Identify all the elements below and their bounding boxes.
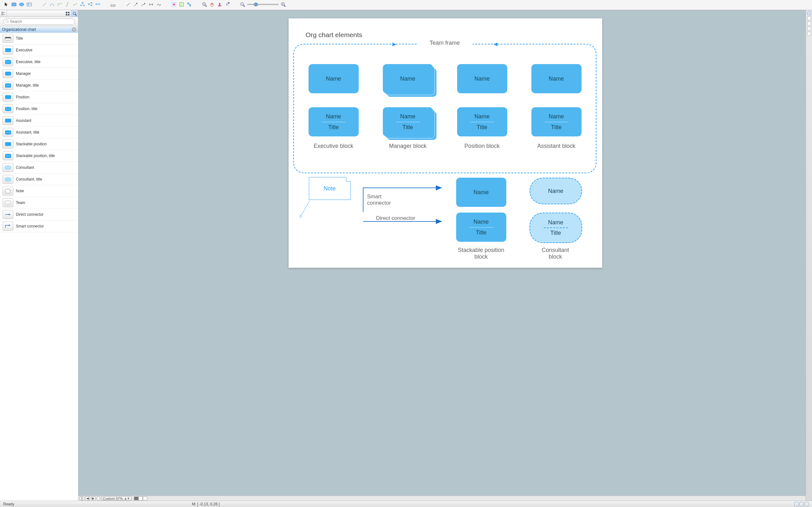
corner-btn-1[interactable] [794,502,799,506]
pointer-tool[interactable] [3,1,10,8]
stencil-item[interactable]: Executive, title [0,56,78,68]
next-page-icon[interactable]: ▶ [91,497,96,500]
grid-view-icon[interactable] [64,10,71,17]
position-block-name[interactable]: Name [457,64,507,93]
bezier-tool[interactable] [48,1,56,8]
stencil-item[interactable]: Position, title [0,103,78,115]
view-mode-3[interactable] [143,497,147,500]
tree-tool-1[interactable] [79,1,86,8]
assistant-block-name[interactable]: Name [531,64,582,93]
svg-line-34 [189,3,190,4]
svg-marker-63 [9,224,10,226]
corner-btn-2[interactable] [799,502,804,506]
free-line-tool[interactable] [155,1,163,8]
highlight-tool-2[interactable] [178,1,185,8]
stencil-item[interactable]: Executive [0,44,78,56]
stencil-item[interactable]: Title [0,33,78,44]
right-tab-3[interactable] [807,21,811,25]
stencil-item[interactable]: Position [0,92,78,103]
right-tab-4[interactable] [807,26,811,31]
svg-line-14 [90,4,91,5]
zoom-select[interactable]: Custom 97%▲▼ [101,496,131,501]
search-input-wrap[interactable] [3,18,75,25]
close-group-icon[interactable]: ✕ [72,27,76,32]
svg-rect-55 [66,14,67,15]
stencil-item[interactable]: Consultant, title [0,174,78,185]
position-block-title[interactable]: NameTitle [457,107,507,136]
manager-block-stack-title[interactable]: NameTitle [383,107,433,136]
stencil-item[interactable]: Smart connector [0,221,78,232]
right-tab-5[interactable] [807,32,811,36]
stencil-item[interactable]: Direct connector [0,209,78,221]
stencil-item[interactable]: Assistant, title [0,127,78,138]
stencil-item[interactable]: Stackable position [0,138,78,150]
stencil-group-header[interactable]: Organizational chart ✕ [0,26,78,33]
zoom-in-button[interactable] [279,1,287,8]
team-frame[interactable]: Team frame Name Name Name Name NameTit [293,44,596,173]
arrow-tool-1[interactable] [124,1,132,8]
stencil-item[interactable]: Note [0,185,78,197]
rect-tool[interactable] [10,1,18,8]
svg-rect-50 [2,14,3,15]
ruler-toggle[interactable] [109,1,117,8]
zoom-in-tool[interactable] [201,1,208,8]
svg-point-1 [19,3,24,6]
canvas[interactable]: Org chart elements Team frame Name Name … [288,18,602,268]
stencil-item[interactable]: Assistant [0,115,78,127]
corner-btn-3[interactable] [804,502,809,506]
smart-connector-label: Smart connector [367,193,391,206]
table-tool[interactable] [25,1,33,8]
prev-page-icon[interactable]: ◀ [86,497,90,500]
highlight-tool-1[interactable] [170,1,178,8]
team-frame-arrow-left [392,43,396,46]
view-mode-2[interactable] [139,497,143,500]
note-leader [299,200,315,219]
zoom-slider[interactable] [247,4,279,5]
stencil-item[interactable]: Consultant [0,162,78,174]
stamp-tool[interactable] [216,1,223,8]
zoom-out-button[interactable] [239,1,246,8]
dim-tool[interactable] [147,1,155,8]
assistant-block-title[interactable]: NameTitle [531,107,582,136]
ellipse-tool[interactable] [18,1,25,8]
connector-1[interactable] [56,1,63,8]
connector-2[interactable] [63,1,71,8]
stencil-item-label: Stackable position [16,142,47,146]
svg-rect-31 [180,3,183,6]
manager-block-stack-name[interactable]: Name [383,64,433,93]
play-pause-icon[interactable]: || [80,497,84,500]
status-mouse: M: [ -0.13, 0.26 ] [192,502,220,506]
svg-line-58 [75,14,76,15]
arrow-tool-2[interactable] [132,1,140,8]
eyedropper-tool[interactable] [223,1,231,8]
note-shape[interactable]: Note [309,177,351,200]
connector-3[interactable] [71,1,79,8]
stencil-item[interactable]: Stackable position, title [0,150,78,162]
svg-rect-6 [82,2,84,3]
caption-asst: Assistant block [531,143,582,150]
curve-arrow-tool[interactable] [140,1,147,8]
canvas-scroll[interactable]: Org chart elements Team frame Name Name … [78,10,806,496]
node-select-tool[interactable] [185,1,193,8]
search-input[interactable] [9,19,73,24]
right-tab-1[interactable] [807,11,811,15]
consultant-name-only[interactable]: Name [530,178,582,204]
consultant-name-title[interactable]: NameTitle [530,213,582,243]
stencil-item[interactable]: Team [0,197,78,209]
view-mode-1[interactable] [134,497,139,500]
executive-block-name[interactable]: Name [309,64,359,93]
stencil-item[interactable]: Manager, title [0,79,78,92]
stackable-name-title[interactable]: NameTitle [456,213,506,242]
line-tool[interactable] [41,1,48,8]
chain-tool[interactable] [94,1,102,8]
caption-exec: Executive block [309,143,359,150]
tree-tool-2[interactable] [86,1,94,8]
tree-view-icon[interactable] [0,10,7,17]
svg-point-65 [300,215,302,217]
stackable-name-only[interactable]: Name [456,178,506,207]
executive-block-title[interactable]: NameTitle [309,107,359,136]
search-toggle-icon[interactable] [71,10,78,17]
hand-tool[interactable] [208,1,216,8]
stencil-item[interactable]: Manager [0,68,78,79]
right-tab-2[interactable] [807,16,811,20]
